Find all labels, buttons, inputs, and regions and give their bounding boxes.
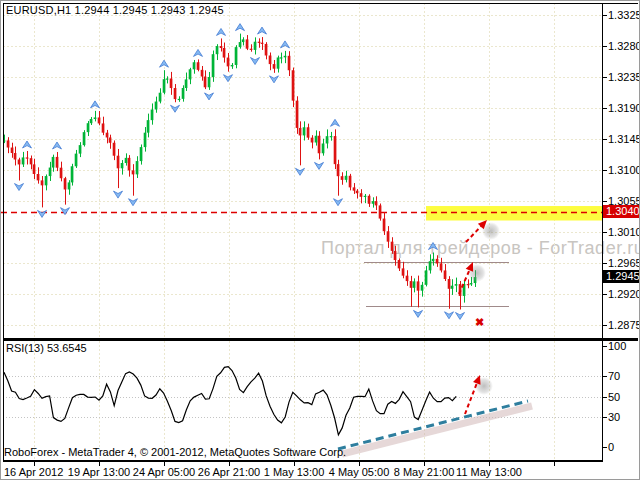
fractal-down-arrow-icon [61,208,70,215]
fractal-down-arrow-icon [414,310,423,317]
fractal-up-arrow-icon [53,142,62,149]
projection-arrows-layer [459,220,500,294]
fractal-up-arrow-icon [236,24,245,31]
candles-layer [3,34,477,310]
fractal-up-arrow-icon [91,101,100,108]
fractal-down-arrow-icon [270,76,279,83]
chart-canvas[interactable] [1,1,640,480]
fractal-up-arrow-icon [194,49,203,56]
mt4-chart-window: Портал для трейдеров - ForTrader.ru EURU… [0,0,640,480]
fractal-down-arrow-icon [15,184,24,191]
fractal-up-arrow-icon [258,27,267,34]
fractal-up-arrow-icon [217,28,226,35]
fractal-up-arrow-icon [331,119,340,126]
fractal-down-arrow-icon [205,93,214,100]
fractal-down-arrow-icon [445,312,454,319]
fractal-down-arrow-icon [114,191,123,198]
fractal-down-arrow-icon [251,58,260,65]
rsi-line [4,367,456,435]
fractal-down-arrow-icon [456,312,465,319]
fractal-up-arrow-icon [23,141,32,148]
pane-divider [3,338,638,341]
fractal-down-arrow-icon [129,199,138,206]
fractal-down-arrow-icon [296,168,305,175]
fractal-down-arrow-icon [224,75,233,82]
fractal-down-arrow-icon [315,162,324,169]
fractal-down-arrow-icon [334,199,343,206]
fractal-down-arrow-icon [38,210,47,217]
fractal-up-arrow-icon [429,243,438,250]
frame-layer [3,3,638,466]
trendline-shadow [342,406,532,454]
bottom-divider [3,460,603,462]
rsi-layer [4,367,532,454]
fractal-up-arrow-icon [160,60,169,67]
levels-layer [1,206,602,306]
rsi-trendline [338,401,528,449]
fractal-arrows-layer [15,24,465,320]
grid-layer [3,3,602,460]
